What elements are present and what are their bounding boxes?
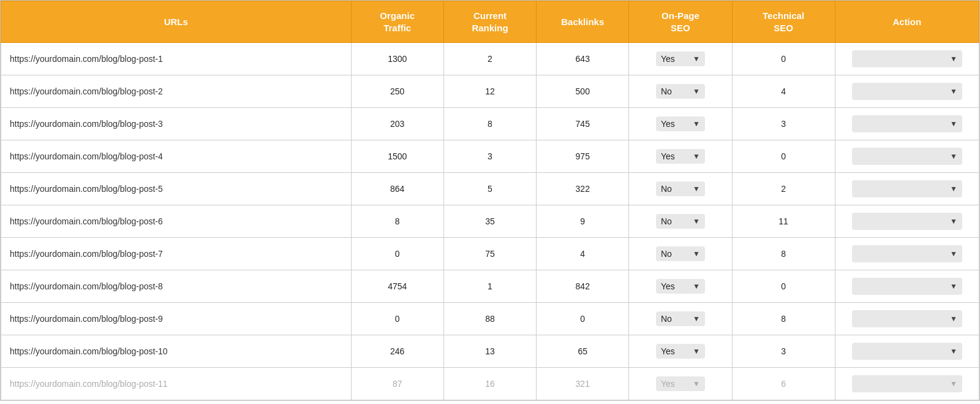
action-dropdown[interactable]: ▼	[852, 115, 962, 132]
action-dropdown[interactable]: ▼	[852, 375, 962, 392]
onpage-seo-dropdown[interactable]: No▼	[656, 181, 705, 196]
cell-technical-seo: 4	[732, 75, 835, 108]
onpage-seo-dropdown[interactable]: No▼	[656, 311, 705, 326]
table-row: https://yourdomain.com/blog/blog-post-90…	[1, 303, 979, 335]
cell-onpage-seo[interactable]: Yes▼	[629, 335, 732, 368]
cell-backlinks: 65	[537, 335, 629, 368]
cell-onpage-seo[interactable]: No▼	[629, 238, 732, 270]
chevron-down-icon: ▼	[693, 185, 700, 193]
cell-action[interactable]: ▼	[835, 108, 979, 140]
table-row: https://yourdomain.com/blog/blog-post-58…	[1, 173, 979, 205]
cell-current-ranking: 12	[443, 75, 536, 108]
cell-action[interactable]: ▼	[835, 335, 979, 368]
table-header-row: URLs OrganicTraffic CurrentRanking Backl…	[1, 1, 979, 43]
onpage-seo-value: No	[661, 314, 672, 324]
onpage-seo-value: Yes	[661, 151, 675, 161]
chevron-down-icon: ▼	[950, 152, 957, 161]
table-row: https://yourdomain.com/blog/blog-post-84…	[1, 270, 979, 303]
cell-organic-traffic: 87	[351, 368, 443, 400]
onpage-seo-dropdown[interactable]: No▼	[656, 84, 705, 99]
cell-technical-seo: 3	[732, 108, 835, 140]
cell-technical-seo: 6	[732, 368, 835, 400]
table-row: https://yourdomain.com/blog/blog-post-11…	[1, 43, 979, 75]
cell-onpage-seo[interactable]: No▼	[629, 205, 732, 238]
cell-url: https://yourdomain.com/blog/blog-post-3	[1, 108, 352, 140]
onpage-seo-dropdown[interactable]: Yes▼	[656, 279, 705, 294]
onpage-seo-dropdown[interactable]: Yes▼	[656, 376, 705, 391]
onpage-seo-dropdown[interactable]: Yes▼	[656, 149, 705, 164]
onpage-seo-dropdown[interactable]: Yes▼	[656, 51, 705, 66]
action-dropdown[interactable]: ▼	[852, 310, 962, 327]
chevron-down-icon: ▼	[950, 87, 957, 96]
chevron-down-icon: ▼	[950, 282, 957, 291]
header-action: Action	[835, 1, 979, 43]
cell-current-ranking: 13	[443, 335, 536, 368]
chevron-down-icon: ▼	[950, 314, 957, 323]
cell-technical-seo: 3	[732, 335, 835, 368]
cell-onpage-seo[interactable]: Yes▼	[629, 368, 732, 400]
cell-onpage-seo[interactable]: No▼	[629, 173, 732, 205]
cell-onpage-seo[interactable]: Yes▼	[629, 270, 732, 303]
action-dropdown[interactable]: ▼	[852, 278, 962, 295]
chevron-down-icon: ▼	[693, 314, 700, 323]
header-backlinks: Backlinks	[537, 1, 629, 43]
cell-url: https://yourdomain.com/blog/blog-post-6	[1, 205, 352, 238]
cell-action[interactable]: ▼	[835, 238, 979, 270]
cell-organic-traffic: 1300	[351, 43, 443, 75]
onpage-seo-dropdown[interactable]: Yes▼	[656, 116, 705, 131]
cell-url: https://yourdomain.com/blog/blog-post-1	[1, 43, 352, 75]
onpage-seo-dropdown[interactable]: Yes▼	[656, 344, 705, 359]
cell-current-ranking: 1	[443, 270, 536, 303]
cell-current-ranking: 16	[443, 368, 536, 400]
header-current-ranking: CurrentRanking	[443, 1, 536, 43]
cell-action[interactable]: ▼	[835, 303, 979, 335]
chevron-down-icon: ▼	[950, 217, 957, 226]
cell-organic-traffic: 864	[351, 173, 443, 205]
onpage-seo-dropdown[interactable]: No▼	[656, 246, 705, 261]
cell-action[interactable]: ▼	[835, 43, 979, 75]
cell-action[interactable]: ▼	[835, 205, 979, 238]
cell-action[interactable]: ▼	[835, 75, 979, 108]
cell-organic-traffic: 203	[351, 108, 443, 140]
chevron-down-icon: ▼	[693, 152, 700, 161]
cell-action[interactable]: ▼	[835, 368, 979, 400]
onpage-seo-value: Yes	[661, 281, 675, 291]
cell-organic-traffic: 0	[351, 238, 443, 270]
cell-onpage-seo[interactable]: No▼	[629, 75, 732, 108]
action-dropdown[interactable]: ▼	[852, 83, 962, 100]
cell-organic-traffic: 1500	[351, 140, 443, 173]
cell-action[interactable]: ▼	[835, 270, 979, 303]
cell-onpage-seo[interactable]: Yes▼	[629, 43, 732, 75]
action-dropdown[interactable]: ▼	[852, 180, 962, 197]
action-dropdown[interactable]: ▼	[852, 245, 962, 262]
cell-url: https://yourdomain.com/blog/blog-post-8	[1, 270, 352, 303]
table-row: https://yourdomain.com/blog/blog-post-41…	[1, 140, 979, 173]
cell-action[interactable]: ▼	[835, 173, 979, 205]
cell-current-ranking: 3	[443, 140, 536, 173]
cell-backlinks: 745	[537, 108, 629, 140]
cell-technical-seo: 8	[732, 238, 835, 270]
chevron-down-icon: ▼	[950, 55, 957, 63]
action-dropdown[interactable]: ▼	[852, 343, 962, 360]
cell-organic-traffic: 0	[351, 303, 443, 335]
cell-technical-seo: 11	[732, 205, 835, 238]
cell-action[interactable]: ▼	[835, 140, 979, 173]
cell-url: https://yourdomain.com/blog/blog-post-9	[1, 303, 352, 335]
cell-url: https://yourdomain.com/blog/blog-post-11	[1, 368, 352, 400]
action-dropdown[interactable]: ▼	[852, 148, 962, 165]
chevron-down-icon: ▼	[693, 250, 700, 258]
onpage-seo-dropdown[interactable]: No▼	[656, 214, 705, 229]
action-dropdown[interactable]: ▼	[852, 213, 962, 230]
cell-backlinks: 9	[537, 205, 629, 238]
cell-organic-traffic: 246	[351, 335, 443, 368]
cell-url: https://yourdomain.com/blog/blog-post-7	[1, 238, 352, 270]
chevron-down-icon: ▼	[693, 87, 700, 96]
header-onpage-seo: On-PageSEO	[629, 1, 732, 43]
cell-backlinks: 643	[537, 43, 629, 75]
cell-technical-seo: 0	[732, 140, 835, 173]
cell-onpage-seo[interactable]: Yes▼	[629, 108, 732, 140]
cell-onpage-seo[interactable]: Yes▼	[629, 140, 732, 173]
cell-onpage-seo[interactable]: No▼	[629, 303, 732, 335]
cell-technical-seo: 0	[732, 43, 835, 75]
action-dropdown[interactable]: ▼	[852, 50, 962, 67]
